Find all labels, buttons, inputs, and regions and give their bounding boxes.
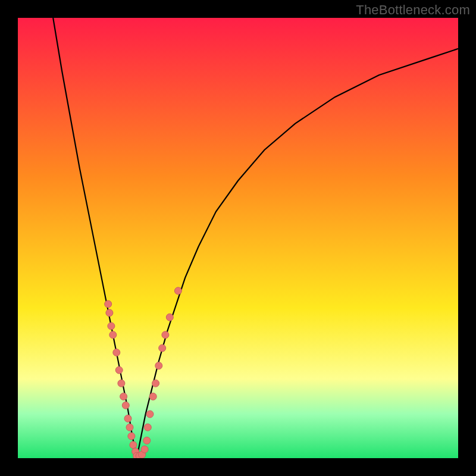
data-dot (120, 393, 127, 400)
data-dot (118, 380, 125, 387)
data-dot (146, 411, 154, 418)
right-branch-curve (137, 49, 458, 458)
left-branch-curve (53, 18, 137, 458)
curves-layer (18, 18, 458, 458)
data-dot (149, 393, 156, 400)
watermark-text: TheBottleneck.com (356, 2, 470, 18)
data-dot (109, 331, 117, 339)
data-dot (166, 314, 173, 321)
data-dots (105, 287, 182, 458)
data-dot (124, 415, 131, 422)
plot-area (18, 18, 458, 458)
data-dot (113, 349, 120, 356)
data-dot (105, 300, 112, 308)
data-dot (144, 424, 151, 431)
data-dot (128, 433, 135, 440)
data-dot (106, 309, 113, 317)
chart-frame: TheBottleneck.com (0, 0, 476, 476)
data-dot (126, 424, 133, 431)
data-dot (174, 287, 181, 295)
data-dot (162, 331, 169, 339)
data-dot (115, 367, 123, 374)
data-dot (122, 402, 129, 409)
data-dot (155, 362, 162, 369)
data-dot (143, 437, 151, 444)
data-dot (152, 380, 159, 387)
data-dot (130, 441, 137, 449)
data-dot (108, 322, 115, 330)
data-dot (159, 345, 166, 352)
data-dot (141, 446, 148, 453)
